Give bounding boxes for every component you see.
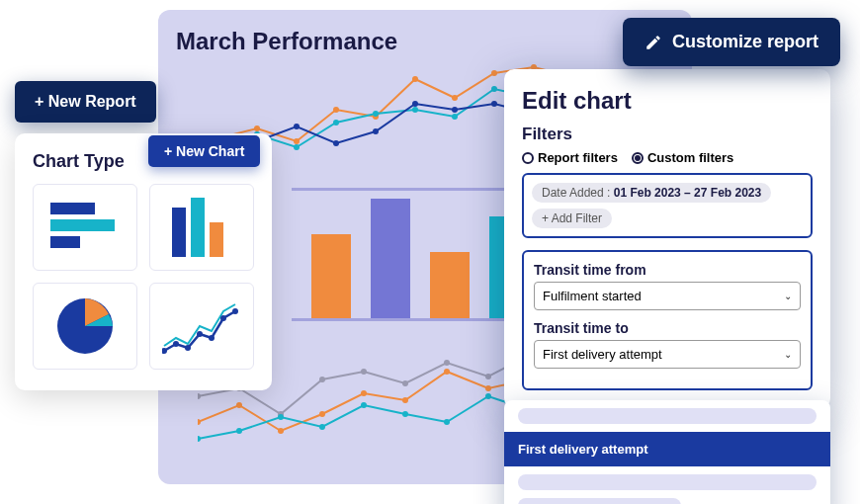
svg-point-16 [452, 114, 458, 120]
transit-to-select[interactable]: First delivery attempt ⌄ [534, 340, 801, 369]
radio-icon-selected [632, 152, 644, 164]
chevron-down-icon: ⌄ [784, 349, 792, 360]
radio-custom-label: Custom filters [647, 150, 733, 165]
date-added-value: 01 Feb 2023 – 27 Feb 2023 [614, 186, 761, 200]
date-added-label: Date Added : [542, 186, 610, 200]
svg-point-54 [198, 436, 201, 442]
svg-rect-68 [50, 236, 80, 248]
svg-rect-66 [50, 203, 95, 214]
date-added-chip[interactable]: Date Added : 01 Feb 2023 – 27 Feb 2023 [532, 183, 771, 203]
svg-point-25 [412, 101, 418, 107]
svg-point-23 [333, 140, 339, 146]
svg-point-35 [402, 380, 408, 386]
dropdown-option-placeholder[interactable] [518, 408, 817, 424]
filter-box: Date Added : 01 Feb 2023 – 27 Feb 2023 +… [522, 173, 813, 238]
radio-report-label: Report filters [538, 150, 618, 165]
svg-point-13 [333, 120, 339, 126]
transit-to-value: First delivery attempt [543, 347, 662, 362]
dropdown-option-placeholder[interactable] [518, 474, 817, 490]
new-report-button[interactable]: + New Report [15, 81, 156, 123]
radio-icon [522, 152, 534, 164]
filters-heading: Filters [522, 125, 813, 144]
edit-chart-panel: Edit chart Filters Report filters Custom… [504, 69, 830, 408]
svg-rect-69 [172, 208, 186, 257]
svg-point-7 [491, 70, 497, 76]
svg-point-1 [254, 126, 260, 131]
edit-chart-title: Edit chart [522, 87, 813, 115]
svg-point-57 [319, 424, 325, 430]
svg-point-56 [278, 414, 284, 420]
svg-rect-70 [191, 198, 205, 257]
svg-point-60 [444, 419, 450, 425]
radio-report-filters[interactable]: Report filters [522, 150, 618, 165]
svg-point-3 [333, 107, 339, 113]
vertical-bar-icon [167, 198, 236, 257]
transit-to-dropdown: First delivery attempt [504, 400, 830, 504]
svg-point-43 [236, 402, 242, 408]
customize-report-button[interactable]: Customize report [623, 18, 840, 66]
svg-point-2 [294, 138, 300, 144]
svg-point-15 [412, 107, 418, 113]
svg-point-34 [361, 369, 367, 375]
transit-from-label: Transit time from [534, 262, 801, 278]
svg-point-47 [402, 397, 408, 403]
svg-point-17 [491, 86, 497, 92]
chart-type-horizontal-bar[interactable] [33, 184, 137, 271]
customize-report-label: Customize report [672, 32, 818, 52]
svg-point-26 [452, 107, 458, 113]
svg-point-6 [452, 95, 458, 101]
svg-point-14 [373, 111, 379, 117]
pie-icon [53, 294, 117, 358]
svg-point-49 [485, 385, 491, 391]
chart-type-pie[interactable] [33, 283, 137, 370]
page-title: March Performance [176, 28, 674, 55]
transit-from-value: Fulfilment started [543, 289, 642, 303]
add-filter-button[interactable]: + Add Filter [532, 209, 612, 228]
dropdown-option-placeholder[interactable] [518, 498, 681, 504]
line-icon [162, 296, 241, 356]
svg-point-75 [185, 345, 191, 351]
svg-point-58 [361, 402, 367, 408]
chevron-down-icon: ⌄ [784, 291, 792, 301]
chart-type-line[interactable] [149, 283, 254, 370]
svg-point-79 [232, 308, 238, 314]
svg-point-12 [294, 144, 300, 150]
svg-point-46 [361, 390, 367, 396]
radio-custom-filters[interactable]: Custom filters [632, 150, 733, 165]
svg-point-74 [173, 341, 179, 347]
svg-point-55 [236, 428, 242, 434]
transit-box: Transit time from Fulfilment started ⌄ T… [522, 250, 813, 390]
new-chart-button[interactable]: + New Chart [148, 135, 260, 167]
svg-point-44 [278, 428, 284, 434]
dropdown-option-selected[interactable]: First delivery attempt [504, 432, 830, 466]
svg-point-77 [209, 335, 215, 341]
svg-point-30 [198, 393, 201, 399]
svg-point-33 [319, 377, 325, 382]
svg-rect-71 [210, 222, 223, 257]
svg-point-37 [485, 374, 491, 379]
horizontal-bar-icon [50, 198, 120, 257]
chart-type-panel: Chart Type [15, 133, 272, 390]
transit-from-select[interactable]: Fulfilment started ⌄ [534, 282, 801, 310]
svg-point-78 [220, 315, 226, 321]
pencil-icon [645, 34, 662, 51]
svg-rect-67 [50, 219, 115, 231]
svg-point-36 [444, 360, 450, 366]
svg-point-76 [197, 331, 203, 337]
svg-point-22 [294, 124, 300, 129]
svg-point-59 [402, 411, 408, 417]
transit-to-label: Transit time to [534, 320, 801, 336]
svg-point-24 [373, 128, 379, 134]
svg-point-45 [319, 411, 325, 417]
svg-point-48 [444, 369, 450, 375]
svg-point-5 [412, 76, 418, 82]
svg-point-61 [485, 393, 491, 399]
chart-type-vertical-bar[interactable] [149, 184, 254, 271]
svg-point-27 [491, 101, 497, 107]
